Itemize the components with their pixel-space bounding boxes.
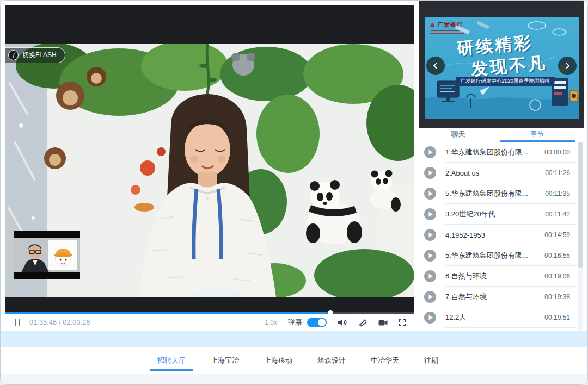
play-icon[interactable] (424, 270, 436, 282)
play-icon[interactable] (424, 146, 436, 158)
chapter-title: 5.华东建筑集团股份有限... (445, 251, 544, 260)
channel-tab[interactable]: 中冶华天 (371, 347, 399, 374)
chapter-item[interactable]: 1.华东建筑集团股份有限... 00:00:00 (419, 142, 577, 163)
playback-speed[interactable]: 1.0x (265, 319, 277, 326)
channel-tab-bar: 招聘大厅 上海宝冶 上海移动 筑森设计 中冶华天 往期 (1, 347, 588, 374)
chapter-title: 2.About us (445, 169, 545, 177)
chapter-time: 00:11:26 (545, 169, 570, 177)
chapter-title: 3.20世纪20年代 (445, 209, 545, 219)
pip-video[interactable] (14, 231, 80, 279)
chapter-title: 12.2人 (445, 313, 544, 322)
chapter-item[interactable]: 5.华东建筑集团股份有限... 00:16:55 (419, 245, 577, 266)
banner-subtitle: 广发银行研发中心2020届春季校园招聘 (455, 77, 555, 86)
play-icon[interactable] (424, 208, 436, 220)
panel-tab-bar: 聊天 章节 (419, 128, 577, 142)
channel-tab[interactable]: 上海宝冶 (211, 347, 239, 374)
chapter-time: 00:19:06 (544, 272, 570, 280)
chapter-item[interactable]: 4.1952-1953 00:14:59 (419, 225, 577, 245)
flash-icon: ƒ (8, 50, 19, 60)
carousel-prev-button[interactable] (426, 57, 445, 75)
chapter-title: 5.华东建筑集团股份有限... (445, 189, 545, 198)
video-player: ƒ 切换FLASH (5, 5, 414, 331)
chapter-title: 6.自然与环境 (445, 271, 544, 281)
chapter-list: 1.华东建筑集团股份有限... 00:00:00 2.About us 00:1… (419, 142, 577, 328)
divider-strip (1, 331, 588, 347)
chapter-title: 1.华东建筑集团股份有限... (445, 147, 544, 157)
chapter-title: 7.自然与环境 (445, 292, 544, 302)
chapter-time: 00:19:38 (544, 293, 570, 301)
carousel-next-button[interactable] (558, 57, 577, 75)
banner-carousel: 广发银行 研续精彩 发现不凡 广发银行研发中心2020届春季校园招聘 (419, 1, 584, 128)
chapter-item[interactable]: 7.自然与环境 00:19:38 (419, 287, 577, 307)
fullscreen-icon[interactable] (399, 319, 406, 326)
chapter-title: 4.1952-1953 (445, 231, 544, 239)
play-icon[interactable] (424, 188, 436, 200)
chapter-time: 00:00:00 (544, 148, 570, 156)
chapter-item[interactable]: 3.20世纪20年代 00:11:42 (419, 204, 577, 225)
chapter-item[interactable]: 12.2人 00:19:51 (419, 307, 577, 328)
play-icon[interactable] (424, 291, 436, 303)
channel-tab[interactable]: 上海移动 (264, 347, 292, 374)
bank-logo-icon (430, 22, 435, 27)
chapter-time: 00:14:59 (544, 231, 570, 239)
chapter-item[interactable]: 6.自然与环境 00:19:06 (419, 266, 577, 287)
chapter-item[interactable]: 5.华东建筑集团股份有限... 00:11:35 (419, 183, 577, 204)
video-screen[interactable]: ƒ 切换FLASH (5, 5, 414, 312)
bank-logo: 广发银行 (430, 21, 464, 34)
scrollbar-thumb[interactable] (578, 142, 583, 268)
channel-tab[interactable]: 往期 (424, 347, 438, 374)
side-panel: 广发银行 研续精彩 发现不凡 广发银行研发中心2020届春季校园招聘 (419, 1, 584, 331)
switch-flash-label: 切换FLASH (22, 51, 57, 60)
player-controls: 01:35:46 / 02:03:26 1.0x 弹幕 (5, 314, 414, 331)
banner-slide[interactable]: 广发银行 研续精彩 发现不凡 广发银行研发中心2020届春季校园招聘 (425, 17, 579, 119)
chapter-time: 00:11:42 (545, 210, 570, 218)
chapter-time: 00:16:55 (544, 252, 570, 259)
play-icon[interactable] (424, 250, 436, 262)
chapter-scrollbar[interactable] (578, 142, 583, 331)
panel-tab[interactable]: 章节 (498, 128, 577, 142)
switch-flash-button[interactable]: ƒ 切换FLASH (5, 47, 65, 63)
volume-icon[interactable] (338, 318, 347, 327)
panel-tab[interactable]: 聊天 (419, 128, 498, 142)
line-switch-icon[interactable] (358, 319, 367, 327)
pause-button[interactable] (15, 319, 20, 326)
chevron-left-icon (432, 62, 439, 70)
play-icon[interactable] (424, 229, 436, 241)
danmaku-toggle[interactable] (307, 318, 327, 327)
footer-strip (1, 374, 588, 385)
time-display: 01:35:46 / 02:03:26 (29, 319, 90, 326)
danmaku-label: 弹幕 (288, 318, 302, 327)
play-icon[interactable] (424, 312, 436, 324)
channel-tab[interactable]: 筑森设计 (317, 347, 346, 374)
chapter-time: 00:19:51 (544, 314, 570, 321)
chapter-item[interactable]: 2.About us 00:11:26 (419, 163, 577, 183)
pip-speaker-image (14, 238, 80, 272)
camera-icon[interactable] (378, 319, 388, 326)
chevron-right-icon (564, 62, 571, 70)
play-icon[interactable] (424, 167, 436, 179)
chapter-time: 00:11:35 (545, 190, 570, 197)
channel-tab[interactable]: 招聘大厅 (157, 347, 186, 374)
live-webcast-page: ƒ 切换FLASH (0, 0, 588, 385)
